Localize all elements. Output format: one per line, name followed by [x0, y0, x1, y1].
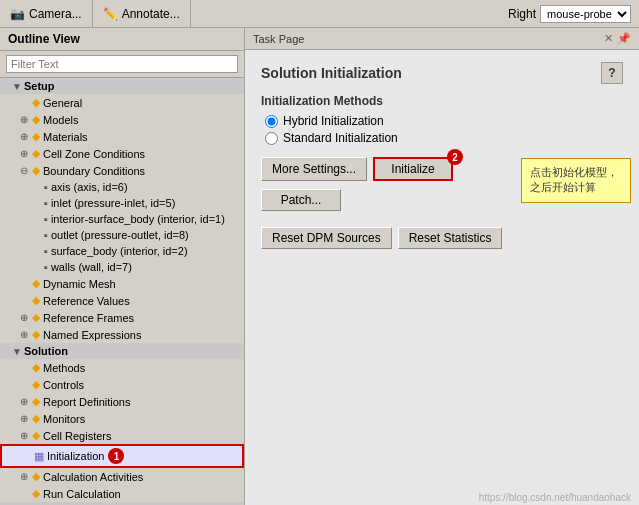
init-methods-group: Hybrid Initialization Standard Initializ… [265, 114, 623, 145]
expand-icon: ⊖ [20, 165, 30, 176]
initialize-button[interactable]: Initialize [373, 157, 453, 181]
expand-icon: ⊕ [20, 131, 30, 142]
sidebar-item-report-defs[interactable]: ⊕ ◆ Report Definitions [0, 393, 244, 410]
sidebar-item-ref-values[interactable]: ◆ Reference Values [0, 292, 244, 309]
top-bar: 📷 Camera... ✏️ Annotate... Right mouse-p… [0, 0, 639, 28]
sidebar-item-cell-zone[interactable]: ⊕ ◆ Cell Zone Conditions [0, 145, 244, 162]
sidebar-item-walls[interactable]: ▪ walls (wall, id=7) [0, 259, 244, 275]
sidebar-item-named-expr[interactable]: ⊕ ◆ Named Expressions [0, 326, 244, 343]
sidebar-item-calc-activities[interactable]: ⊕ ◆ Calculation Activities [0, 468, 244, 485]
item-icon: ◆ [32, 147, 40, 160]
radio-standard-label: Standard Initialization [283, 131, 398, 145]
expand-icon: ▼ [12, 346, 22, 357]
sidebar-item-axis[interactable]: ▪ axis (axis, id=6) [0, 179, 244, 195]
item-icon: ◆ [32, 412, 40, 425]
expand-icon: ⊕ [20, 148, 30, 159]
more-settings-button[interactable]: More Settings... [261, 157, 367, 181]
expand-icon: ⊕ [20, 312, 30, 323]
sidebar-item-setup[interactable]: ▼ Setup [0, 78, 244, 94]
item-icon: ▪ [44, 245, 48, 257]
help-icon: ? [608, 66, 615, 80]
sidebar-item-models[interactable]: ⊕ ◆ Models [0, 111, 244, 128]
init-icon: ▦ [34, 450, 44, 463]
sidebar-item-label: Solution [24, 345, 68, 357]
annotation-tooltip: 点击初始化模型，之后开始计算 [521, 158, 631, 203]
item-icon: ▪ [44, 181, 48, 193]
item-icon: ◆ [32, 311, 40, 324]
watermark: https://blog.csdn.net/huandaohack [479, 492, 631, 503]
filter-box [0, 51, 244, 78]
expand-icon: ⊕ [20, 471, 30, 482]
item-icon: ◆ [32, 361, 40, 374]
annotate-tab-label: Annotate... [122, 7, 180, 21]
sidebar-item-methods[interactable]: ◆ Methods [0, 359, 244, 376]
main-layout: Outline View ▼ Setup ◆ General [0, 28, 639, 505]
item-icon: ◆ [32, 395, 40, 408]
task-page-panel: Task Page ✕ 📌 Solution Initialization ? … [245, 28, 639, 505]
item-icon: ◆ [32, 470, 40, 483]
annotation-text: 点击初始化模型，之后开始计算 [530, 166, 618, 193]
sidebar-item-ref-frames[interactable]: ⊕ ◆ Reference Frames [0, 309, 244, 326]
item-icon: ◆ [32, 130, 40, 143]
annotate-icon: ✏️ [103, 7, 118, 21]
item-icon: ◆ [32, 164, 40, 177]
right-label: Right [508, 7, 536, 21]
sidebar-item-dynamic-mesh[interactable]: ◆ Dynamic Mesh [0, 275, 244, 292]
item-icon: ◆ [32, 378, 40, 391]
item-icon: ◆ [32, 487, 40, 500]
sidebar-item-inlet[interactable]: ▪ inlet (pressure-inlet, id=5) [0, 195, 244, 211]
radio-standard-item: Standard Initialization [265, 131, 623, 145]
filter-input[interactable] [6, 55, 238, 73]
badge-2: 2 [447, 149, 463, 165]
tree-container: ▼ Setup ◆ General ⊕ ◆ Models [0, 78, 244, 505]
sidebar-item-boundary[interactable]: ⊖ ◆ Boundary Conditions [0, 162, 244, 179]
probe-select[interactable]: mouse-probe [540, 5, 631, 23]
item-icon: ◆ [32, 277, 40, 290]
expand-icon: ⊕ [20, 396, 30, 407]
help-button[interactable]: ? [601, 62, 623, 84]
sidebar-item-controls[interactable]: ◆ Controls [0, 376, 244, 393]
task-content: Solution Initialization ? Initialization… [245, 50, 639, 505]
item-icon: ▪ [44, 213, 48, 225]
task-page-pin-button[interactable]: 📌 [617, 32, 631, 45]
outline-title: Outline View [0, 28, 244, 51]
patch-button[interactable]: Patch... [261, 189, 341, 211]
sidebar-item-label: Setup [24, 80, 55, 92]
item-icon: ◆ [32, 113, 40, 126]
sidebar-item-cell-registers[interactable]: ⊕ ◆ Cell Registers [0, 427, 244, 444]
camera-tab[interactable]: 📷 Camera... [0, 0, 93, 27]
reset-buttons-row: Reset DPM Sources Reset Statistics [261, 227, 623, 249]
task-page-label: Task Page [253, 33, 604, 45]
solution-init-label: Solution Initialization [261, 65, 402, 81]
expand-icon: ⊕ [20, 413, 30, 424]
annotate-tab[interactable]: ✏️ Annotate... [93, 0, 191, 27]
camera-tab-label: Camera... [29, 7, 82, 21]
sidebar-item-interior[interactable]: ▪ interior-surface_body (interior, id=1) [0, 211, 244, 227]
expand-icon: ⊕ [20, 430, 30, 441]
sidebar-item-materials[interactable]: ⊕ ◆ Materials [0, 128, 244, 145]
sidebar-item-solution[interactable]: ▼ Solution [0, 343, 244, 359]
item-icon: ▪ [44, 197, 48, 209]
expand-icon: ⊕ [20, 114, 30, 125]
item-icon: ◆ [32, 294, 40, 307]
item-icon: ▪ [44, 261, 48, 273]
radio-standard[interactable] [265, 132, 278, 145]
task-page-close-button[interactable]: ✕ [604, 32, 613, 45]
radio-hybrid[interactable] [265, 115, 278, 128]
sidebar-item-monitors[interactable]: ⊕ ◆ Monitors [0, 410, 244, 427]
item-icon: ◆ [32, 429, 40, 442]
sidebar-item-general[interactable]: ◆ General [0, 94, 244, 111]
reset-statistics-button[interactable]: Reset Statistics [398, 227, 503, 249]
radio-hybrid-item: Hybrid Initialization [265, 114, 623, 128]
expand-icon: ▼ [12, 81, 22, 92]
badge-1: 1 [108, 448, 124, 464]
reset-dpm-button[interactable]: Reset DPM Sources [261, 227, 392, 249]
sidebar-item-outlet[interactable]: ▪ outlet (pressure-outlet, id=8) [0, 227, 244, 243]
item-icon: ◆ [32, 328, 40, 341]
sidebar-item-initialization[interactable]: ▦ Initialization 1 [0, 444, 244, 468]
radio-hybrid-label: Hybrid Initialization [283, 114, 384, 128]
camera-icon: 📷 [10, 7, 25, 21]
sidebar-item-surface[interactable]: ▪ surface_body (interior, id=2) [0, 243, 244, 259]
init-methods-label: Initialization Methods [261, 94, 623, 108]
sidebar-item-run-calc[interactable]: ◆ Run Calculation [0, 485, 244, 502]
